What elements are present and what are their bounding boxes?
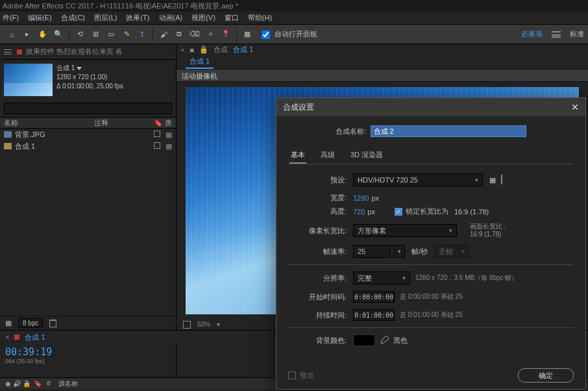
viewer-lock-icon[interactable]: 🔒 [199,45,208,54]
separator [153,28,153,41]
clone-tool-icon[interactable]: ⧉ [172,27,186,42]
fps-input[interactable]: 25 [353,245,391,258]
menu-layer[interactable]: 图层(L) [94,13,117,23]
tab-basic[interactable]: 基本 [289,147,306,164]
project-list[interactable]: 背景.JPG ▦ 合成 1 ▦ [0,129,176,316]
dialog-titlebar[interactable]: 合成设置 ✕ [276,98,585,116]
menu-file[interactable]: 件(F) [3,13,19,23]
home-icon[interactable]: ⌂ [5,27,19,42]
pen-tool-icon[interactable]: ✎ [119,27,134,42]
eraser-tool-icon[interactable]: ⌫ [188,27,202,42]
viewer-camera-label[interactable]: 活动摄像机 [177,69,588,82]
label-swatch[interactable] [154,142,160,149]
effect-controls-tab[interactable]: 效果控件 热烈欢迎各位来宾 各 [26,47,123,57]
zoom-tool-icon[interactable]: 🔍 [51,27,66,42]
save-preset-icon[interactable]: ▦ [489,176,496,184]
checkbox-icon[interactable] [288,372,296,379]
resolution-select[interactable]: 完整▾ [353,271,410,284]
menu-help[interactable]: 帮助(H) [248,13,272,23]
panel-menu-icon[interactable] [4,49,12,55]
roto-tool-icon[interactable]: ✧ [203,27,217,42]
audio-column-icon[interactable]: 🔊 [13,380,21,387]
item-type-icon: ▦ [165,131,172,139]
bg-color-swatch[interactable] [353,334,375,346]
eyedropper-icon[interactable] [379,335,389,346]
orbit-tool-icon[interactable]: ⟲ [73,27,87,42]
viewer-square-icon[interactable]: ■ [190,46,194,54]
start-timecode-input[interactable]: 0:00:00:00 [353,291,395,303]
checkbox-checked-icon[interactable]: ✓ [395,208,402,216]
preview-check[interactable]: 预览 [288,371,314,381]
duration-input[interactable]: 0:01:00:00 [353,309,395,321]
menu-window[interactable]: 窗口 [225,13,239,23]
resolution-label: 分辨率: [288,273,347,283]
width-input[interactable]: 1280 [353,194,369,202]
type-tool-icon[interactable]: T [135,27,149,42]
timeline-close-icon[interactable]: × [5,333,9,341]
project-bpc-select[interactable]: 8 bpc [18,318,43,328]
dropdown-icon[interactable] [77,67,82,70]
comp-file-icon [4,143,12,149]
comp-name-input[interactable] [371,125,526,137]
viewer-res-icon[interactable]: ▾ [217,321,220,328]
interpret-footage-icon[interactable]: ▦ [4,319,13,328]
col-tag-icon[interactable]: 🔖 [154,119,163,127]
preset-select[interactable]: HDV/HDTV 720 25▾ [353,173,483,186]
dialog-title: 合成设置 [283,102,314,113]
menu-view[interactable]: 视图(V) [191,13,215,23]
brush-tool-icon[interactable]: 🖌 [156,27,171,42]
hand-tool-icon[interactable]: ✋ [36,27,50,42]
duration-label: 持续时间: [288,310,347,320]
menu-effect[interactable]: 效果(T) [126,13,149,23]
lock-column-icon[interactable]: 🔒 [23,380,31,387]
project-thumbnail [4,64,53,96]
fps-dropdown-icon[interactable]: ▾ [393,245,405,258]
workspace-menu-icon[interactable] [552,31,561,38]
ok-button[interactable]: 确定 [518,368,574,383]
project-search-input[interactable] [4,103,172,114]
project-item[interactable]: 合成 1 ▦ [0,140,176,152]
resolution-info: 1280 x 720，3.5 MB（每 8bpc 帧） [415,273,518,283]
auto-open-panel-check[interactable]: 自动打开面板 [262,29,317,39]
timeline-tab[interactable]: 合成 1 [25,333,45,342]
workspace-essential[interactable]: 必要项 [521,29,543,39]
timeline-timecode[interactable]: 00:39:19 [5,346,171,358]
height-input[interactable]: 720 [353,208,365,216]
project-item[interactable]: 背景.JPG ▦ [0,129,176,140]
delete-preset-icon[interactable] [501,176,502,184]
workspace-standard[interactable]: 标准 [570,29,584,39]
label-column-icon[interactable]: 🔖 [34,380,47,387]
pan-behind-tool-icon[interactable]: ⊞ [88,27,103,42]
menu-edit[interactable]: 编辑(E) [28,13,52,23]
puppet-tool-icon[interactable]: 📍 [219,27,233,42]
close-icon[interactable]: ✕ [571,102,579,112]
col-type[interactable]: 类 [165,119,172,127]
viewer-subtab-comp[interactable]: 合成 1 [186,55,214,69]
par-select[interactable]: 方形像素▾ [353,224,457,237]
viewer-tab-name[interactable]: 合成 1 [233,45,253,55]
lock-aspect-check[interactable]: ✓ 锁定长宽比为 16:9 (1.78) [395,207,489,216]
col-comment[interactable]: 注释 [94,118,153,128]
eye-column-icon[interactable]: ◉ [5,380,11,387]
viewer-tab-comp[interactable]: 合成 [214,45,228,55]
label-swatch[interactable] [154,131,160,137]
menu-composition[interactable]: 合成(C) [61,13,85,23]
timeline-indicator-icon [14,334,19,340]
delete-icon[interactable] [48,319,57,328]
dropframe-select: 丢帧▾ [434,245,469,258]
grid-icon[interactable]: ▦ [240,27,254,42]
viewer-zoom[interactable]: 50% [197,321,210,328]
col-name[interactable]: 名称 [4,118,94,128]
menu-animation[interactable]: 动画(A) [159,13,183,23]
rect-tool-icon[interactable]: ▭ [104,27,118,42]
viewer-close-icon[interactable]: × [180,46,184,54]
viewer-tabs: × ■ 🔒 合成 合成 1 [177,44,588,56]
height-label: 高度: [288,207,347,216]
frame-aspect-value: 16:9 (1.78) [470,231,509,238]
selection-tool-icon[interactable]: ▸ [20,27,34,42]
auto-open-panel-label: 自动打开面板 [275,30,317,38]
auto-open-panel-checkbox[interactable] [262,31,270,39]
tab-3d-renderer[interactable]: 3D 渲染器 [349,147,384,164]
item-type-icon: ▦ [165,142,172,151]
tab-advanced[interactable]: 高级 [319,147,336,164]
